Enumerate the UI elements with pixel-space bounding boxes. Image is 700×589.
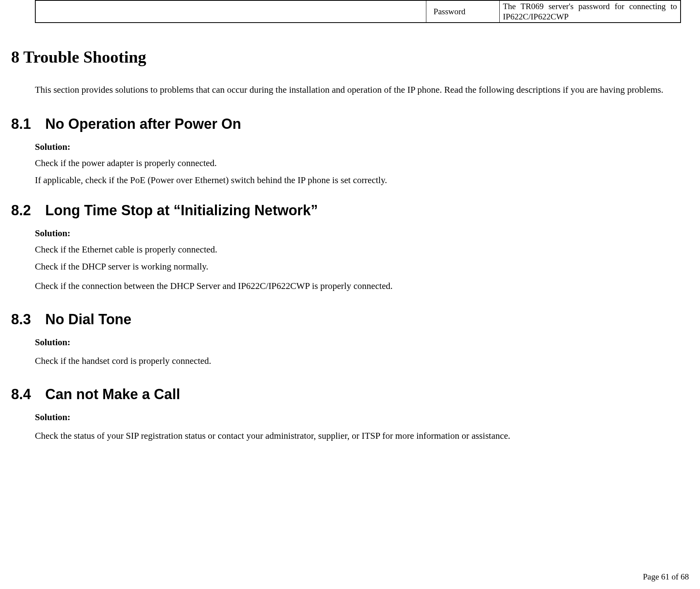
solution-text-81-1: Check if the power adapter is properly c…	[35, 155, 681, 171]
section-heading-84: 8.4 Can not Make a Call	[11, 386, 689, 403]
solution-label-82: Solution:	[35, 228, 689, 239]
page-number: Page 61 of 68	[643, 572, 689, 582]
solution-text-82-3: Check if the connection between the DHCP…	[35, 276, 681, 297]
chapter-intro: This section provides solutions to probl…	[35, 78, 681, 101]
solution-label-83: Solution:	[35, 337, 689, 348]
table-cell-password-desc: The TR069 server's password for connecti…	[500, 1, 680, 22]
solution-text-83-1: Check if the handset cord is properly co…	[35, 351, 681, 372]
table-cell-password-label: Password	[426, 1, 500, 22]
solution-text-81-2: If applicable, check if the PoE (Power o…	[35, 172, 681, 188]
solution-label-81: Solution:	[35, 142, 689, 152]
table-cell-empty	[36, 1, 426, 22]
solution-text-82-2: Check if the DHCP server is working norm…	[35, 259, 681, 274]
section-heading-81: 8.1 No Operation after Power On	[11, 116, 689, 132]
solution-text-82-1: Check if the Ethernet cable is properly …	[35, 242, 681, 257]
solution-label-84: Solution:	[35, 412, 689, 423]
table-row: Password The TR069 server's password for…	[35, 0, 681, 23]
chapter-heading: 8 Trouble Shooting	[11, 48, 689, 67]
solution-text-84-1: Check the status of your SIP registratio…	[35, 426, 681, 447]
section-heading-83: 8.3 No Dial Tone	[11, 311, 689, 328]
section-heading-82: 8.2 Long Time Stop at “Initializing Netw…	[11, 202, 689, 219]
